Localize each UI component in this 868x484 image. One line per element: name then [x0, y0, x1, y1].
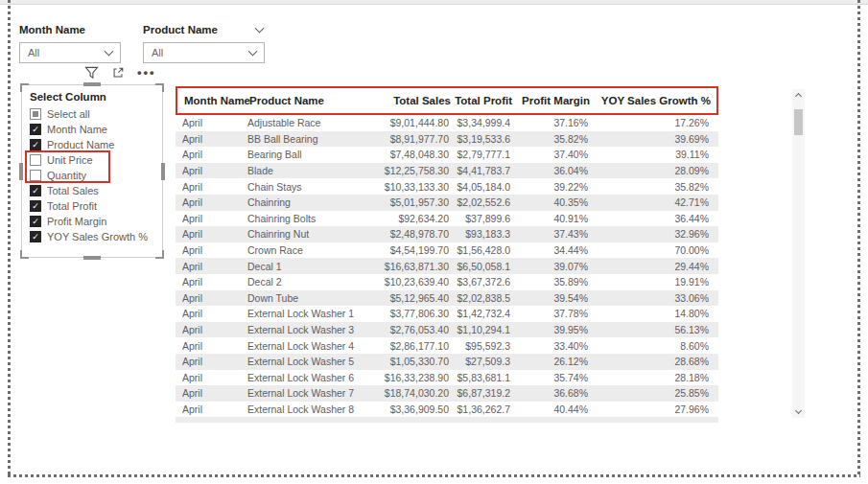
table-row[interactable]: AprilExternal Lock Washer 5$1,05,330.70$…	[176, 354, 718, 370]
table-cell: $92,634.20	[364, 213, 449, 224]
column-option-month-name[interactable]: Month Name	[30, 122, 162, 137]
table-row[interactable]: AprilDecal 1$16,63,871.30$6,50,058.139.0…	[176, 258, 718, 274]
table-scrollbar[interactable]	[792, 89, 805, 418]
table-row[interactable]: AprilDown Tube$5,12,965.40$2,02,838.539.…	[176, 290, 718, 307]
checkbox-checked-icon[interactable]	[30, 231, 41, 242]
table-cell: External Lock Washer 5	[247, 356, 364, 367]
table-cell: Chainring Bolts	[247, 213, 364, 224]
table-row[interactable]: AprilDecal 2$10,23,639.40$3,67,372.635.8…	[176, 274, 718, 290]
scrollbar-track[interactable]	[792, 102, 805, 405]
more-options-icon[interactable]: •••	[137, 68, 156, 78]
column-option-select-all[interactable]: Select all	[30, 106, 162, 122]
product-slicer-title: Product Name	[143, 24, 265, 35]
column-option-profit-margin[interactable]: Profit Margin	[30, 214, 162, 229]
scroll-down-button[interactable]	[792, 405, 805, 418]
table-row[interactable]: AprilChainring$5,01,957.30$2,02,552.640.…	[176, 195, 718, 211]
table-visual: Month NameProduct NameTotal SalesTotal P…	[176, 86, 718, 423]
column-option-label: Total Sales	[47, 185, 99, 196]
column-header-total-profit[interactable]: Total Profit	[451, 95, 512, 106]
table-row[interactable]: AprilChain Stays$10,33,133.30$4,05,184.0…	[176, 178, 718, 195]
filter-icon[interactable]	[84, 66, 99, 80]
table-cell: 39.11%	[588, 149, 709, 160]
table-cell: April	[182, 117, 247, 128]
chevron-down-icon[interactable]	[105, 47, 114, 57]
checkbox-checked-icon[interactable]	[30, 216, 41, 227]
chevron-down-icon	[795, 407, 802, 414]
table-row[interactable]: AprilExternal Lock Washer 4$2,86,177.10$…	[176, 337, 718, 354]
selection-handle[interactable]	[83, 256, 101, 260]
scrollbar-thumb[interactable]	[794, 109, 803, 135]
table-row[interactable]: AprilCrown Race$4,54,199.70$1,56,428.034…	[176, 242, 718, 259]
product-slicer-dropdown[interactable]: All	[143, 42, 265, 63]
table-cell: April	[182, 149, 247, 160]
chevron-down-icon[interactable]	[248, 47, 258, 57]
selection-handle[interactable]	[155, 250, 164, 259]
table-row[interactable]: AprilExternal Lock Washer 1$3,77,806.30$…	[176, 306, 718, 322]
selection-handle[interactable]	[161, 163, 165, 180]
table-row[interactable]: AprilExternal Lock Washer 6$16,33,238.90…	[176, 370, 718, 386]
table-row[interactable]: AprilChainring Bolts$92,634.20$37,899.64…	[176, 211, 718, 227]
column-header-month-name[interactable]: Month Name	[184, 95, 249, 106]
column-option-total-sales[interactable]: Total Sales	[30, 183, 162, 198]
page-border-bottom	[8, 474, 860, 477]
table-row[interactable]: AprilExternal Lock Washer 7$18,74,030.20…	[176, 385, 718, 402]
chevron-up-icon	[795, 93, 802, 100]
column-option-yoy-sales-growth-[interactable]: YOY Sales Growth %	[30, 229, 162, 244]
checkbox-checked-icon[interactable]	[30, 185, 41, 196]
table-cell: $18,74,030.20	[364, 387, 449, 399]
table-cell: Adjustable Race	[247, 117, 364, 128]
table-row[interactable]: AprilBB Ball Bearing$8,91,977.70$3,19,53…	[176, 131, 718, 148]
table-cell: $12,25,758.30	[364, 165, 449, 176]
column-header-product-name[interactable]: Product Name	[249, 95, 366, 106]
table-row[interactable]: AprilExternal Lock Washer 8$3,36,909.50$…	[176, 402, 718, 418]
table-cell: Chainring Nut	[247, 228, 364, 240]
selection-handle[interactable]	[83, 82, 101, 86]
checkbox-unchecked-icon[interactable]	[30, 154, 41, 166]
checkbox-checked-icon[interactable]	[30, 139, 41, 150]
table-cell: Decal 1	[247, 261, 364, 272]
selection-handle[interactable]	[20, 250, 29, 259]
checkbox-checked-icon[interactable]	[30, 200, 41, 212]
table-row[interactable]: AprilAdjustable Race$9,01,444.80$3,34,99…	[176, 115, 718, 131]
checkbox-unchecked-icon[interactable]	[30, 170, 41, 181]
table-cell: 25.85%	[588, 387, 709, 399]
focus-mode-icon[interactable]	[111, 66, 125, 80]
table-cell: External Lock Washer 1	[247, 308, 364, 319]
table-cell: 35.82%	[588, 181, 709, 193]
table-row-clipped[interactable]	[176, 417, 718, 423]
month-slicer-dropdown[interactable]: All	[19, 42, 121, 63]
table-header-row: Month NameProduct NameTotal SalesTotal P…	[176, 86, 718, 115]
column-option-product-name[interactable]: Product Name	[30, 137, 162, 152]
column-option-unit-price[interactable]: Unit Price	[30, 152, 162, 168]
table-cell: $1,10,294.1	[449, 324, 510, 335]
table-cell: 70.00%	[588, 244, 709, 256]
table-cell: $6,50,058.1	[449, 261, 510, 272]
selection-handle[interactable]	[19, 163, 23, 180]
window-top-edge	[0, 0, 868, 5]
column-option-total-profit[interactable]: Total Profit	[30, 198, 162, 214]
selection-handle[interactable]	[20, 83, 29, 92]
column-option-label: Unit Price	[47, 154, 93, 166]
table-cell: Bearing Ball	[247, 149, 364, 160]
column-header-profit-margin[interactable]: Profit Margin	[512, 95, 590, 106]
column-header-total-sales[interactable]: Total Sales	[366, 95, 451, 106]
table-cell: 28.18%	[588, 372, 709, 383]
checkbox-indeterminate-icon[interactable]	[30, 108, 41, 120]
table-cell: $3,77,806.30	[364, 308, 449, 319]
table-cell: 29.44%	[588, 261, 709, 272]
table-cell: $9,01,444.80	[364, 117, 449, 128]
table-cell: $3,34,999.4	[449, 117, 510, 128]
table-cell: $95,592.3	[449, 340, 510, 352]
selection-handle[interactable]	[155, 83, 164, 92]
table-row[interactable]: AprilChainring Nut$2,48,978.70$93,183.33…	[176, 226, 718, 242]
table-row[interactable]: AprilBlade$12,25,758.30$4,41,783.736.04%…	[176, 163, 718, 179]
table-cell: April	[182, 196, 247, 208]
table-cell: 37.43%	[510, 228, 588, 240]
checkbox-checked-icon[interactable]	[30, 124, 41, 135]
column-header-yoy-sales-growth-[interactable]: YOY Sales Growth %	[590, 95, 711, 106]
table-row[interactable]: AprilExternal Lock Washer 3$2,76,053.40$…	[176, 322, 718, 338]
column-option-quantity[interactable]: Quantity	[30, 168, 162, 183]
table-row[interactable]: AprilBearing Ball$7,48,048.30$2,79,777.1…	[176, 147, 718, 163]
scroll-up-button[interactable]	[792, 89, 805, 102]
column-selector-panel[interactable]: Select Column Select allMonth NameProduc…	[21, 84, 163, 258]
